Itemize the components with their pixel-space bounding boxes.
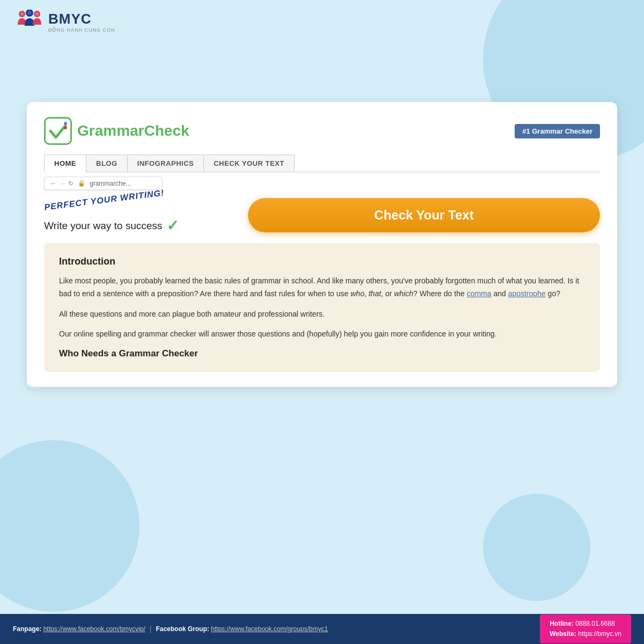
- tab-infographics[interactable]: INFOGRAPHICS: [128, 155, 204, 172]
- grammar-logo-text: GrammarCheck: [77, 122, 189, 140]
- check-your-text-button[interactable]: Check Your Text: [248, 198, 600, 232]
- logo-text-colored: Check: [144, 122, 189, 139]
- svg-point-3: [20, 12, 24, 16]
- grammar-logo: GrammarCheck: [44, 117, 189, 145]
- footer: Fanpage: https://www.facebook.com/bmycvi…: [0, 614, 644, 644]
- intro-paragraph-3: Our online spelling and grammar checker …: [59, 328, 585, 341]
- refresh-icon[interactable]: ↻: [68, 180, 74, 187]
- grammar-logo-icon: [44, 117, 72, 145]
- section2-heading: Who Needs a Grammar Checker: [59, 348, 585, 359]
- intro-paragraph-2: All these questions and more can plague …: [59, 308, 585, 321]
- write-success-tagline: Write your way to success ✓: [44, 217, 237, 235]
- hero-left: PERFECT YOUR WRITING! Write your way to …: [44, 195, 237, 235]
- intro-paragraph-1: Like most people, you probably learned t…: [59, 275, 585, 301]
- website-url[interactable]: https://bmyc.vn: [578, 630, 621, 638]
- bmyc-subtitle: ĐỒNG HÀNH CÙNG CON: [48, 27, 115, 33]
- hero-right: Check Your Text: [248, 198, 600, 232]
- hero-section: PERFECT YOUR WRITING! Write your way to …: [44, 195, 600, 235]
- tagline-text: Write your way to success: [44, 220, 162, 232]
- tab-check-your-text[interactable]: CHECK YOUR TEXT: [204, 155, 295, 172]
- footer-divider: |: [150, 625, 152, 633]
- group-label: Facebook Group: https://www.facebook.com…: [156, 625, 328, 633]
- intro-heading: Introduction: [59, 256, 585, 267]
- apostrophe-link[interactable]: apostrophe: [508, 289, 546, 298]
- content-area: Introduction Like most people, you proba…: [44, 243, 600, 372]
- browser-bar: ← → ↻ 🔒 grammarche...: [44, 177, 162, 190]
- logo-text-plain: Grammar: [77, 122, 144, 139]
- grammar-badge: #1 Grammar Checker: [515, 124, 600, 138]
- hotline-label: Hotline:: [550, 620, 574, 627]
- svg-point-5: [35, 12, 39, 16]
- forward-icon[interactable]: →: [59, 179, 66, 187]
- lock-icon: 🔒: [78, 180, 85, 187]
- website-line: Website: https://bmyc.vn: [550, 629, 621, 639]
- svg-point-6: [64, 122, 67, 125]
- footer-right: Hotline: 0888.01.6688 Website: https://b…: [540, 614, 631, 643]
- bmyc-title: BMYC: [48, 11, 115, 27]
- back-icon[interactable]: ←: [50, 179, 57, 187]
- group-url[interactable]: https://www.facebook.com/groups/bmyc1: [211, 625, 328, 633]
- checkmark-icon: [46, 119, 70, 143]
- footer-left: Fanpage: https://www.facebook.com/bmycvi…: [13, 625, 328, 633]
- svg-point-7: [64, 126, 67, 129]
- bmyc-logo-icon: [15, 10, 44, 33]
- nav-tabs: HOME BLOG INFOGRAPHICS CHECK YOUR TEXT: [44, 155, 600, 172]
- grammar-header: GrammarCheck #1 Grammar Checker: [44, 117, 600, 145]
- bmyc-text: BMYC ĐỒNG HÀNH CÙNG CON: [48, 11, 115, 33]
- bmyc-logo: BMYC ĐỒNG HÀNH CÙNG CON: [15, 10, 115, 33]
- svg-point-4: [28, 11, 32, 15]
- hotline-line: Hotline: 0888.01.6688: [550, 619, 621, 629]
- main-card: GrammarCheck #1 Grammar Checker HOME BLO…: [27, 102, 617, 387]
- success-checkmark-icon: ✓: [166, 217, 179, 235]
- bg-decoration-bottom-right: [483, 494, 590, 601]
- website-label: Website:: [550, 630, 576, 638]
- fanpage-url[interactable]: https://www.facebook.com/bmycvip/: [43, 625, 145, 633]
- tab-home[interactable]: HOME: [44, 155, 86, 172]
- perfect-writing-text: PERFECT YOUR WRITING!: [43, 188, 165, 212]
- comma-link[interactable]: comma: [467, 289, 492, 298]
- browser-url-text: grammarche...: [90, 180, 131, 187]
- bg-decoration-bottom-left: [0, 440, 140, 612]
- fanpage-label: Fanpage: https://www.facebook.com/bmycvi…: [13, 625, 145, 633]
- hotline-number: 0888.01.6688: [575, 620, 614, 627]
- tab-blog[interactable]: BLOG: [86, 155, 128, 172]
